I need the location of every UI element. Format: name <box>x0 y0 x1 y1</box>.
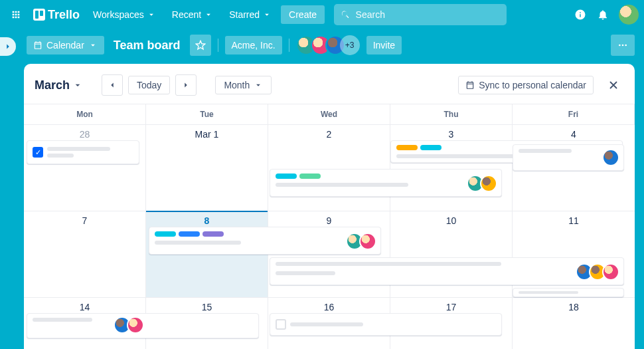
chevron-down-icon <box>254 80 263 90</box>
starred-dropdown[interactable]: Starred <box>222 5 278 24</box>
calendar-icon <box>33 41 42 50</box>
card-subtitle-placeholder <box>47 154 74 158</box>
card-member-avatars <box>114 316 144 334</box>
calendar-card[interactable] <box>149 227 381 255</box>
card-label <box>202 231 224 237</box>
calendar-card[interactable] <box>270 169 502 197</box>
trello-logo[interactable]: Trello <box>29 8 84 22</box>
card-member-avatars <box>346 233 376 250</box>
today-indicator <box>146 211 268 212</box>
bell-icon <box>597 9 609 21</box>
prev-period-button[interactable] <box>102 74 123 96</box>
workspaces-dropdown[interactable]: Workspaces <box>86 5 163 24</box>
close-calendar-button[interactable] <box>603 74 624 96</box>
chevron-right-icon <box>181 80 191 90</box>
svg-point-0 <box>619 45 621 47</box>
calendar-day-cell[interactable]: 28 <box>24 124 146 211</box>
member-avatar <box>480 175 497 192</box>
calendar-icon <box>465 80 475 90</box>
view-granularity-label: Month <box>224 80 250 90</box>
sync-calendar-label: Sync to personal calendar <box>479 80 586 90</box>
calendar-toolbar: March Today Month Sync to personal calen… <box>24 72 635 104</box>
trello-logomark-icon <box>33 9 45 21</box>
calendar-card[interactable] <box>270 257 624 285</box>
view-granularity-dropdown[interactable]: Month <box>215 76 272 94</box>
date-number: 14 <box>29 302 140 312</box>
member-avatar <box>359 233 376 250</box>
calendar-day-cell[interactable]: 2 <box>268 124 390 211</box>
close-icon <box>607 79 619 91</box>
card-labels <box>276 174 321 179</box>
recent-dropdown[interactable]: Recent <box>165 5 220 24</box>
chevron-down-icon <box>147 10 156 19</box>
calendar-day-cell[interactable]: 7 <box>24 211 146 297</box>
account-avatar[interactable] <box>619 5 639 25</box>
apps-switcher-button[interactable] <box>5 4 27 25</box>
invite-label: Invite <box>373 40 395 51</box>
calendar-card[interactable] <box>27 313 259 338</box>
invite-button[interactable]: Invite <box>366 36 402 55</box>
chevron-right-icon <box>3 42 13 51</box>
svg-point-1 <box>622 45 624 47</box>
day-header: Mon <box>24 104 146 124</box>
checkbox-unchecked-icon <box>276 319 286 330</box>
card-label <box>276 174 297 179</box>
date-number: 28 <box>29 129 140 140</box>
member-avatar <box>602 149 619 166</box>
info-button[interactable] <box>570 4 591 25</box>
card-title-placeholder <box>396 154 516 158</box>
sync-calendar-button[interactable]: Sync to personal calendar <box>458 76 594 94</box>
workspace-name-button[interactable]: Acme, Inc. <box>225 36 282 55</box>
calendar-day-cell[interactable]: Mar 1 <box>146 124 268 211</box>
board-title[interactable]: Team board <box>111 39 183 53</box>
date-number: 17 <box>396 302 507 312</box>
search-icon <box>341 9 351 20</box>
chevron-down-icon <box>204 10 213 19</box>
calendar-card[interactable] <box>513 144 624 171</box>
date-number: 11 <box>518 215 629 226</box>
card-labels <box>155 231 224 237</box>
card-member-avatars <box>576 263 619 281</box>
navbar-right-cluster <box>570 4 639 25</box>
search-box[interactable] <box>334 4 507 25</box>
board-members-stack[interactable]: +3 <box>296 35 360 55</box>
divider <box>289 39 289 52</box>
card-title-placeholder <box>519 149 572 153</box>
calendar-card[interactable] <box>513 288 624 297</box>
date-number: 4 <box>518 129 629 140</box>
card-title-placeholder <box>519 291 578 294</box>
card-title-placeholder <box>276 183 408 187</box>
calendar-card[interactable]: ✓ <box>27 140 139 164</box>
card-title-placeholder <box>155 241 241 245</box>
chevron-down-icon <box>88 41 98 50</box>
card-label <box>396 145 418 150</box>
notifications-button[interactable] <box>592 4 613 25</box>
search-input[interactable] <box>356 9 501 20</box>
card-title-placeholder <box>33 318 92 322</box>
day-header: Fri <box>513 104 635 124</box>
calendar-grid: Mon Tue Wed Thu Fri 28 Mar 1 2 3 4 7 8 9 <box>24 104 635 349</box>
calendar-panel: March Today Month Sync to personal calen… <box>24 64 635 349</box>
board-menu-button[interactable] <box>611 35 635 56</box>
card-member-avatars <box>602 149 619 166</box>
star-board-button[interactable] <box>190 35 211 56</box>
calendar-day-cell[interactable]: 18 <box>513 297 635 349</box>
today-label: Today <box>137 80 161 90</box>
board-header: Calendar Team board Acme, Inc. +3 Invite <box>0 29 644 61</box>
month-picker[interactable]: March <box>35 78 86 92</box>
next-period-button[interactable] <box>175 74 197 96</box>
chevron-down-icon <box>262 10 272 19</box>
chevron-down-icon <box>72 80 83 90</box>
day-header: Tue <box>146 104 268 124</box>
today-button[interactable]: Today <box>128 76 170 94</box>
create-button[interactable]: Create <box>281 5 325 24</box>
card-title-placeholder <box>276 262 501 266</box>
view-switcher-calendar[interactable]: Calendar <box>27 36 104 55</box>
date-number: Mar 1 <box>151 129 262 140</box>
calendar-day-cell[interactable]: 3 <box>390 124 513 211</box>
date-number: 9 <box>274 215 384 226</box>
calendar-card[interactable] <box>270 313 502 336</box>
card-label <box>155 231 176 237</box>
view-switcher-label: Calendar <box>46 40 84 51</box>
card-title-placeholder <box>290 322 363 326</box>
